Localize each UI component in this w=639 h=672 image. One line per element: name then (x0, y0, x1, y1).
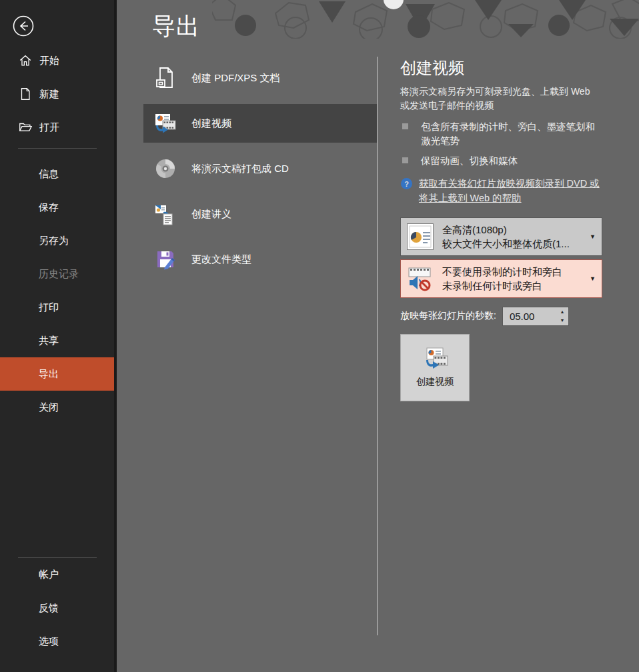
option-label: 将演示文稿打包成 CD (191, 163, 289, 175)
sidebar-item-label: 信息 (39, 168, 59, 181)
dropdown-line2: 未录制任何计时或旁白 (442, 279, 562, 293)
create-video-button-label: 创建视频 (416, 376, 454, 388)
sidebar-item-label: 历史记录 (39, 268, 79, 281)
create-video-button-icon (422, 347, 448, 371)
sidebar-item-label: 另存为 (39, 235, 69, 247)
sidebar-item-home[interactable]: 开始 (0, 44, 114, 77)
sidebar-divider (18, 148, 97, 149)
backstage-main: 导出 创建 PDF/XPS 文档 (117, 0, 639, 672)
sidebar-item-print[interactable]: 打印 (0, 291, 114, 324)
create-video-button[interactable]: 创建视频 (400, 334, 470, 401)
sidebar-item-label: 选项 (39, 635, 59, 648)
help-link[interactable]: 获取有关将幻灯片放映视频刻录到 DVD 或将其上载到 Web 的帮助 (419, 177, 607, 206)
dropdown-text: 不要使用录制的计时和旁白 未录制任何计时或旁白 (442, 265, 562, 293)
dropdown-line1: 全高清(1080p) (442, 223, 570, 237)
sidebar-item-export[interactable]: 导出 (0, 357, 114, 391)
spinner-buttons: ▲ ▼ (556, 307, 568, 325)
dropdown-text: 全高清(1080p) 较大文件大小和整体优质(1... (442, 223, 570, 251)
panel-divider (377, 57, 378, 635)
sidebar-item-feedback[interactable]: 反馈 (0, 591, 114, 625)
option-label: 创建视频 (191, 117, 231, 130)
sidebar-item-info[interactable]: 信息 (0, 157, 114, 191)
sidebar-item-new[interactable]: 新建 (0, 77, 114, 111)
export-option-list: 创建 PDF/XPS 文档 (143, 59, 377, 285)
back-arrow-icon (12, 28, 35, 39)
chevron-down-icon: ▼ (590, 233, 596, 240)
timings-narrations-dropdown[interactable]: 不要使用录制的计时和旁白 未录制任何计时或旁白 ▼ (400, 259, 602, 298)
option-create-handouts[interactable]: 创建讲义 (143, 195, 377, 233)
sidebar-item-share[interactable]: 共享 (0, 324, 114, 357)
option-change-file-type[interactable]: 更改文件类型 (143, 240, 377, 279)
pdf-xps-document-icon (154, 67, 177, 89)
sidebar-item-label: 帐户 (39, 569, 59, 581)
sidebar-item-close[interactable]: 关闭 (0, 391, 114, 424)
bullet-text: 包含所有录制的计时、旁白、墨迹笔划和激光笔势 (421, 120, 596, 148)
feature-bullets: 包含所有录制的计时、旁白、墨迹笔划和激光笔势 保留动画、切换和媒体 (400, 120, 612, 168)
sidebar-item-history: 历史记录 (0, 257, 114, 291)
sidebar-item-label: 反馈 (39, 602, 59, 615)
option-label: 创建 PDF/XPS 文档 (191, 72, 280, 85)
timings-narrations-icon (407, 265, 434, 292)
seconds-value[interactable]: 05.00 (503, 307, 556, 325)
option-create-video[interactable]: 创建视频 (143, 104, 377, 143)
sidebar-item-label: 导出 (39, 368, 59, 381)
sidebar-item-label: 保存 (39, 201, 59, 214)
sidebar-item-options[interactable]: 选项 (0, 625, 114, 658)
sidebar-item-label: 新建 (39, 88, 59, 101)
seconds-spinner[interactable]: 05.00 ▲ ▼ (502, 307, 569, 326)
sidebar-item-save[interactable]: 保存 (0, 191, 114, 224)
backstage-sidebar: 开始 新建 打开 信息 保存 另存为 历史记录 打印 共享 导出 (0, 0, 117, 672)
sidebar-item-label: 关闭 (39, 401, 59, 414)
chevron-down-icon: ▼ (590, 275, 596, 282)
seconds-label: 放映每张幻灯片的秒数: (400, 310, 496, 322)
home-icon (18, 53, 33, 68)
panel-title: 创建视频 (400, 57, 612, 79)
sidebar-top-group: 开始 新建 打开 (0, 44, 114, 144)
help-question-icon: ? (401, 178, 412, 189)
open-folder-icon (18, 120, 33, 135)
video-quality-dropdown[interactable]: 全高清(1080p) 较大文件大小和整体优质(1... ▼ (400, 217, 602, 256)
create-handouts-icon (154, 203, 177, 225)
package-cd-icon (154, 157, 177, 180)
powerpoint-backstage-export: 开始 新建 打开 信息 保存 另存为 历史记录 打印 共享 导出 (0, 0, 639, 672)
create-video-icon (154, 112, 177, 135)
sidebar-item-label: 打开 (39, 121, 59, 134)
seconds-per-slide-row: 放映每张幻灯片的秒数: 05.00 ▲ ▼ (400, 307, 612, 326)
bullet-item: 包含所有录制的计时、旁白、墨迹笔划和激光笔势 (400, 120, 612, 148)
spinner-down-icon[interactable]: ▼ (556, 316, 568, 325)
sidebar-item-label: 开始 (39, 55, 59, 67)
sidebar-item-label: 共享 (39, 335, 59, 347)
header-decoration (212, 0, 639, 39)
option-label: 更改文件类型 (191, 253, 251, 266)
create-video-panel: 创建视频 将演示文稿另存为可刻录到光盘、上载到 Web 或发送电子邮件的视频 包… (400, 57, 612, 401)
sidebar-bottom-group: 帐户 反馈 选项 (0, 558, 114, 658)
sidebar-menu-group: 信息 保存 另存为 历史记录 打印 共享 导出 关闭 (0, 157, 114, 424)
sidebar-item-open[interactable]: 打开 (0, 111, 114, 144)
option-label: 创建讲义 (191, 208, 231, 221)
spinner-up-icon[interactable]: ▲ (556, 307, 568, 317)
page-title: 导出 (152, 11, 200, 42)
change-file-type-icon (154, 248, 177, 271)
dropdown-line2: 较大文件大小和整体优质(1... (442, 237, 570, 251)
sidebar-item-save-as[interactable]: 另存为 (0, 224, 114, 257)
option-create-pdf-xps[interactable]: 创建 PDF/XPS 文档 (143, 59, 377, 97)
video-quality-icon (407, 223, 434, 250)
svg-text:?: ? (404, 180, 409, 188)
dropdown-line1: 不要使用录制的计时和旁白 (442, 265, 562, 279)
sidebar-item-account[interactable]: 帐户 (0, 558, 114, 591)
bullet-item: 保留动画、切换和媒体 (400, 154, 612, 168)
sidebar-item-label: 打印 (39, 301, 59, 314)
panel-description: 将演示文稿另存为可刻录到光盘、上载到 Web 或发送电子邮件的视频 (400, 85, 602, 113)
bullet-text: 保留动画、切换和媒体 (421, 154, 596, 168)
help-row: ? 获取有关将幻灯片放映视频刻录到 DVD 或将其上载到 Web 的帮助 (400, 177, 612, 206)
square-bullet-icon (402, 157, 408, 163)
back-button[interactable] (12, 15, 35, 37)
option-package-cd[interactable]: 将演示文稿打包成 CD (143, 149, 377, 188)
new-document-icon (18, 87, 33, 101)
square-bullet-icon (402, 123, 408, 129)
